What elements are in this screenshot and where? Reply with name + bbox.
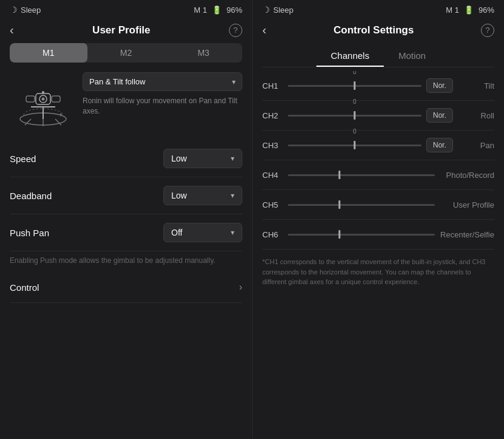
ch2-zero: 0	[353, 98, 356, 105]
ch5-row: CH5 User Profile	[262, 190, 494, 220]
push-helper-text: Enabling Push mode allows the gimbal to …	[10, 251, 242, 272]
deadband-value: Low	[171, 191, 187, 200]
control-nav-row[interactable]: Control ›	[10, 272, 242, 303]
follow-mode-value: Pan & Tilt follow	[89, 77, 146, 86]
ch6-axis: Recenter/Selfie	[440, 230, 494, 239]
speed-row: Speed Low ▾	[10, 140, 242, 177]
nav-bar-right: ‹ Control Settings ?	[253, 18, 504, 43]
sleep-label: Sleep	[21, 5, 41, 15]
ch1-axis: Tilt	[458, 81, 494, 90]
control-chevron: ›	[239, 282, 242, 293]
ch4-row: CH4 Photo/Record	[262, 160, 494, 190]
ch2-row: CH2 0 Nor. Roll	[262, 101, 494, 131]
ch4-thumb	[338, 171, 340, 179]
status-right-right: M 1 🔋 96%	[446, 5, 494, 15]
nav-bar-left: ‹ User Profile ?	[0, 18, 252, 43]
channels-section: CH1 0 Nor. Tilt CH2 0 Nor. Roll	[253, 71, 504, 439]
page-title-left: User Profile	[92, 24, 150, 36]
follow-section: Pan & Tilt follow ▾ Ronin will follow yo…	[0, 72, 252, 140]
ch6-row: CH6 Recenter/Selfie	[262, 220, 494, 250]
ch2-track[interactable]	[288, 115, 421, 117]
tab-motion[interactable]: Motion	[384, 46, 440, 67]
channels-footnote: *CH1 corresponds to the vertical movemen…	[262, 250, 494, 294]
pushpan-chevron: ▾	[231, 228, 234, 237]
ch2-thumb	[353, 111, 355, 120]
ch3-track[interactable]	[288, 145, 421, 146]
pushpan-dropdown[interactable]: Off ▾	[163, 223, 242, 242]
ch1-zero: 0	[353, 71, 356, 75]
ch6-track[interactable]	[288, 234, 435, 236]
gimbal-illustration	[10, 72, 77, 133]
page-title-right: Control Settings	[333, 24, 414, 36]
battery-label-right: 96%	[478, 5, 494, 15]
deadband-row: Deadband Low ▾	[10, 177, 242, 214]
ch4-axis: Photo/Record	[440, 171, 494, 180]
ch1-thumb	[353, 81, 355, 90]
ch1-slider-wrap: 0	[288, 77, 421, 94]
signal-label-right: M 1	[446, 5, 459, 15]
back-button-left[interactable]: ‹	[10, 23, 14, 37]
svg-point-8	[42, 98, 45, 101]
ch5-track[interactable]	[288, 204, 435, 206]
right-panel: ☽ Sleep M 1 🔋 96% ‹ Control Settings ? C…	[252, 0, 504, 439]
mode-tabs: M1 M2 M3	[10, 43, 242, 63]
ch2-slider-wrap: 0	[288, 107, 421, 124]
ch5-axis: User Profile	[440, 200, 494, 209]
left-panel: ☽ Sleep M 1 🔋 96% ‹ User Profile ? M1 M2…	[0, 0, 252, 439]
status-left-right: ☽ Sleep	[262, 5, 293, 15]
ch1-nor-button[interactable]: Nor.	[426, 78, 453, 93]
deadband-label: Deadband	[10, 191, 52, 201]
speed-chevron: ▾	[231, 154, 234, 163]
gimbal-svg	[13, 75, 73, 130]
follow-dropdown-chevron: ▾	[232, 78, 236, 86]
tab-m1[interactable]: M1	[10, 43, 87, 63]
speed-value: Low	[171, 154, 187, 163]
status-right: M 1 🔋 96%	[194, 5, 242, 15]
svg-rect-10	[52, 96, 60, 102]
ch3-slider-wrap: 0	[288, 137, 421, 154]
sleep-icon-right: ☽	[262, 5, 270, 15]
pushpan-label: Push Pan	[10, 228, 49, 238]
back-button-right[interactable]: ‹	[262, 23, 267, 37]
signal-label: M 1	[194, 5, 207, 15]
speed-label: Speed	[10, 154, 36, 164]
status-left: ☽ Sleep	[10, 5, 41, 15]
ch5-thumb	[338, 200, 340, 209]
ch3-nor-button[interactable]: Nor.	[426, 138, 453, 152]
speed-dropdown[interactable]: Low ▾	[163, 149, 242, 168]
ch1-track[interactable]	[288, 85, 421, 87]
battery-icon-right: 🔋	[464, 5, 474, 15]
follow-description: Ronin will follow your movement on Pan a…	[83, 96, 242, 117]
deadband-chevron: ▾	[231, 191, 234, 200]
help-icon-left[interactable]: ?	[229, 24, 242, 37]
ch3-zero: 0	[353, 128, 356, 135]
ch3-row: CH3 0 Nor. Pan	[262, 131, 494, 160]
help-icon-right[interactable]: ?	[481, 24, 494, 37]
follow-right: Pan & Tilt follow ▾ Ronin will follow yo…	[83, 72, 242, 117]
tab-m3[interactable]: M3	[165, 43, 242, 63]
tab-m2[interactable]: M2	[87, 43, 165, 63]
battery-label: 96%	[226, 5, 242, 15]
settings-section: Speed Low ▾ Deadband Low ▾ Push Pan Off …	[0, 140, 252, 439]
control-tabs: Channels Motion	[262, 43, 494, 67]
pushpan-value: Off	[171, 228, 182, 237]
ch3-label: CH3	[262, 141, 283, 150]
ch2-label: CH2	[262, 111, 283, 120]
ch4-slider-wrap	[288, 166, 435, 183]
ch4-track[interactable]	[288, 174, 435, 176]
status-bar-left: ☽ Sleep M 1 🔋 96%	[0, 0, 252, 18]
ch3-thumb	[353, 141, 355, 149]
ch2-axis: Roll	[458, 111, 494, 120]
status-bar-right: ☽ Sleep M 1 🔋 96%	[253, 0, 504, 18]
svg-rect-9	[26, 96, 35, 102]
ch2-nor-button[interactable]: Nor.	[426, 108, 453, 123]
pushpan-row: Push Pan Off ▾	[10, 214, 242, 251]
follow-mode-dropdown[interactable]: Pan & Tilt follow ▾	[83, 72, 242, 91]
ch6-slider-wrap	[288, 226, 435, 243]
ch1-row: CH1 0 Nor. Tilt	[262, 71, 494, 101]
ch1-label: CH1	[262, 81, 283, 90]
ch5-label: CH5	[262, 200, 283, 209]
deadband-dropdown[interactable]: Low ▾	[163, 186, 242, 205]
tab-channels[interactable]: Channels	[316, 46, 384, 67]
ch3-axis: Pan	[458, 141, 494, 150]
